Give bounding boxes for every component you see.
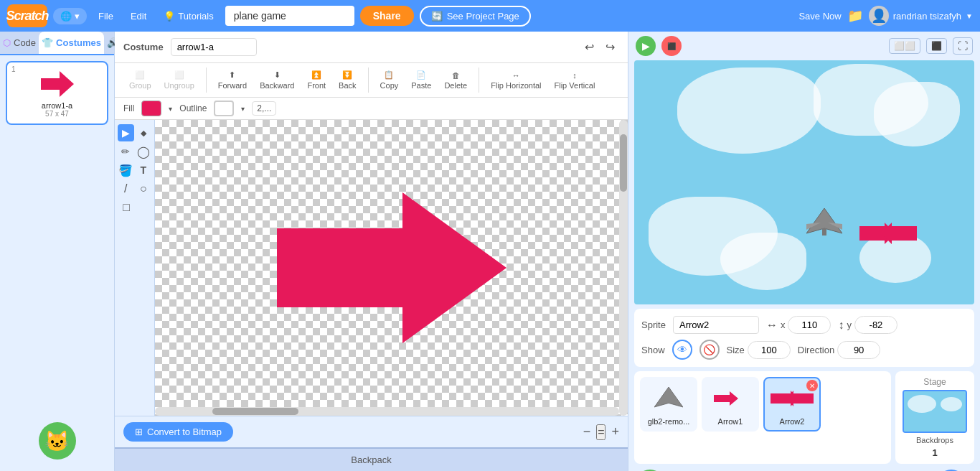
redo-button[interactable]: ↪ — [601, 37, 619, 57]
save-now-button[interactable]: Save Now — [798, 11, 841, 22]
size-input[interactable] — [748, 341, 791, 359]
direction-input[interactable] — [837, 341, 880, 359]
tab-costumes[interactable]: 👕 Costumes — [39, 32, 104, 54]
hide-eye-button[interactable]: 🚫 — [699, 340, 720, 360]
outline-dropdown-icon[interactable]: ▾ — [241, 105, 245, 113]
backward-button[interactable]: ⬇ Backward — [254, 67, 300, 93]
costume-size-label: 57 x 47 — [45, 110, 69, 118]
folder-icon: 📁 — [847, 9, 863, 23]
paste-icon: 📄 — [416, 70, 426, 80]
size-field-label: Size — [727, 345, 745, 355]
forward-button[interactable]: ⬆ Forward — [212, 67, 253, 93]
bitmap-icon: ⊞ — [135, 426, 143, 437]
sprite-info-row-1: Sprite ↔ x ↕ y — [641, 316, 967, 334]
costume-name-input[interactable] — [171, 38, 257, 56]
add-costume-button[interactable]: 🐱 — [39, 422, 76, 460]
line-tool-button[interactable]: / — [118, 180, 134, 197]
fullscreen-button[interactable]: ⛶ — [953, 37, 973, 55]
edit-menu-button[interactable]: Edit — [125, 8, 152, 24]
sprite-delete-button[interactable]: ✕ — [806, 380, 818, 391]
ellipse-tool-button[interactable]: ○ — [136, 180, 152, 197]
sprite-field-label: Sprite — [641, 320, 666, 330]
sprite-card-name: Arrow2 — [780, 417, 805, 426]
add-costume-area: 🐱 — [0, 416, 114, 465]
edit-tools: 📋 Copy 📄 Paste 🗑 Delete — [374, 67, 480, 93]
sprite-preview-svg — [654, 387, 683, 410]
tab-code[interactable]: ⬡ Code — [0, 32, 39, 54]
drawing-canvas[interactable] — [155, 120, 628, 416]
code-tab-icon: ⬡ — [3, 37, 11, 48]
tutorials-button[interactable]: 💡 Tutorials — [158, 8, 219, 24]
stage-canvas[interactable] — [634, 60, 974, 304]
y-arrows-icon: ↕ — [838, 319, 844, 332]
cat-icon: 🐱 — [44, 429, 70, 453]
h-scrollbar-thumb[interactable] — [212, 408, 298, 415]
language-button[interactable]: 🌐 ▾ — [53, 8, 87, 24]
zoom-controls: − = + — [583, 424, 619, 440]
text-tool-button[interactable]: T — [136, 162, 152, 179]
group-button[interactable]: ⬜ Group — [123, 67, 157, 93]
reshape-tool-button[interactable]: ◆ — [136, 124, 152, 141]
ungroup-icon: ⬜ — [174, 70, 184, 80]
horizontal-scrollbar[interactable] — [155, 407, 619, 416]
copy-button[interactable]: 📋 Copy — [374, 67, 405, 93]
file-menu-button[interactable]: File — [93, 8, 119, 24]
small-stage-button[interactable]: ⬜⬜ — [889, 38, 920, 54]
forward-icon: ⬆ — [229, 70, 235, 80]
direction-group: Direction — [798, 341, 880, 359]
sprite-card[interactable]: glb2-remo... — [640, 377, 697, 432]
fill-tool-button[interactable]: 🪣 — [118, 162, 134, 179]
fill-color-swatch[interactable] — [141, 101, 161, 116]
costume-arrow-svg — [277, 167, 507, 368]
brush-tool-button[interactable]: ✏ — [118, 143, 134, 160]
zoom-reset-button[interactable]: = — [596, 424, 606, 440]
svg-rect-5 — [822, 228, 826, 236]
editor-tabs: ⬡ Code 👕 Costumes 🔊 Sounds — [0, 32, 114, 55]
convert-to-bitmap-button[interactable]: ⊞ Convert to Bitmap — [123, 422, 233, 442]
delete-button[interactable]: 🗑 Delete — [438, 68, 473, 93]
paste-button[interactable]: 📄 Paste — [405, 67, 437, 93]
flip-h-icon: ↔ — [512, 71, 520, 80]
back-button[interactable]: ⏬ Back — [333, 67, 362, 93]
flip-vertical-button[interactable]: ↕ Flip Vertical — [549, 68, 601, 93]
flip-horizontal-button[interactable]: ↔ Flip Horizontal — [485, 68, 547, 93]
sprites-list: glb2-remo... Arrow1 ✕ — [634, 371, 891, 464]
vertical-scrollbar[interactable] — [619, 120, 628, 416]
stage-side-panel: Stage Backdrops 1 — [895, 371, 974, 464]
eraser-tool-button[interactable]: ◯ — [136, 143, 152, 160]
rect-tool-button[interactable]: □ — [118, 199, 135, 216]
layer-tools: ⬆ Forward ⬇ Backward ⏫ Front ⏬ Back — [212, 67, 369, 93]
project-name-input[interactable] — [225, 6, 354, 26]
zoom-out-button[interactable]: − — [583, 424, 591, 439]
sprite-card[interactable]: ✕ Arrow2 — [763, 377, 821, 432]
outline-color-swatch[interactable] — [214, 101, 234, 116]
share-button[interactable]: Share — [360, 6, 414, 26]
y-input[interactable] — [854, 316, 897, 334]
zoom-in-button[interactable]: + — [611, 424, 619, 439]
backpack-bar[interactable]: Backpack — [115, 447, 628, 471]
folder-icon-button[interactable]: 📁 — [847, 8, 863, 24]
caret-down-icon: ▾ — [75, 11, 80, 22]
stroke-width-control[interactable]: 2,... — [252, 101, 276, 116]
costume-item[interactable]: 1 arrow1-a 57 x 47 — [6, 61, 108, 125]
stop-button[interactable]: ⬛ — [661, 36, 682, 56]
x-input[interactable] — [788, 316, 831, 334]
sprite-card-name: glb2-remo... — [648, 417, 690, 426]
undo-button[interactable]: ↩ — [580, 37, 598, 57]
front-button[interactable]: ⏫ Front — [301, 67, 331, 93]
ungroup-button[interactable]: ⬜ Ungroup — [159, 67, 200, 93]
sprite-card[interactable]: Arrow1 — [702, 377, 759, 432]
green-flag-button[interactable]: ▶ — [636, 36, 656, 56]
backward-icon: ⬇ — [274, 70, 281, 80]
select-tool-button[interactable]: ▶ — [118, 124, 134, 141]
see-project-button[interactable]: 🔄 See Project Page — [420, 6, 531, 27]
stage-thumbnail[interactable] — [903, 390, 967, 433]
sprite-name-input[interactable] — [673, 316, 759, 334]
copy-icon: 📋 — [384, 70, 394, 80]
scratch-logo[interactable]: Scratch — [7, 4, 47, 27]
scrollbar-thumb[interactable] — [620, 134, 627, 192]
large-stage-button[interactable]: ⬛ — [926, 38, 947, 54]
user-menu[interactable]: 👤 randrian tsizafyh ▼ — [869, 6, 973, 26]
show-eye-button[interactable]: 👁 — [672, 340, 692, 360]
fill-dropdown-icon[interactable]: ▾ — [169, 105, 172, 113]
